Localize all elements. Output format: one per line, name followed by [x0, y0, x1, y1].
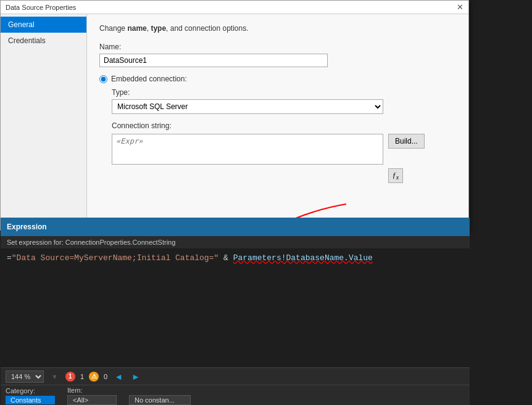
connection-string-row: Build... ƒx [112, 134, 456, 183]
expression-set-for: Set expression for: ConnectionProperties… [1, 236, 470, 248]
main-content: Change name, type, and connection option… [87, 14, 468, 230]
no-constant-label [129, 387, 191, 394]
bottom-toolbar: 100 % 125 % 144 % 150 % 200 % ▼ 1 1 ⚠ 0 … [1, 367, 470, 385]
item-value[interactable]: <All> [67, 395, 117, 405]
category-col: Category: Constants [6, 387, 55, 404]
zoom-display: 100 % 125 % 144 % 150 % 200 % [6, 370, 44, 383]
expression-code: ="Data Source=MyServerName;Initial Catal… [1, 248, 470, 322]
connection-string-field-group: Connection string: Build... ƒx [112, 121, 456, 183]
type-field-group: Type: Microsoft SQL Server Oracle ODBC O… [112, 88, 456, 114]
expression-equals: = [7, 253, 12, 263]
expression-header: Expression [1, 218, 470, 236]
expression-operator: & [218, 253, 233, 263]
no-constant-col: No constan... [129, 387, 191, 405]
error-count-label: 1 [80, 373, 84, 380]
sidebar-item-general[interactable]: General [1, 17, 86, 33]
embedded-connection-radio-label[interactable]: Embedded connection: [99, 75, 456, 83]
connection-string-label: Connection string: [112, 121, 456, 130]
bottom-section: Category: Constants Item: <All> No const… [1, 385, 470, 405]
category-label: Category: [6, 387, 55, 395]
embedded-connection-radio[interactable] [99, 75, 107, 83]
no-constant-value[interactable]: No constan... [129, 395, 191, 405]
dark-background [469, 0, 532, 405]
section-description: Change name, type, and connection option… [99, 24, 456, 33]
item-col: Item: <All> [67, 387, 117, 405]
toolbar-divider: ▼ [51, 373, 58, 380]
nav-back-button[interactable]: ◄ [112, 372, 125, 382]
item-label: Item: [67, 387, 117, 394]
nav-forward-button[interactable]: ► [130, 372, 142, 382]
dialog-titlebar: Data Source Properties ✕ [1, 1, 468, 14]
name-label: Name: [99, 43, 456, 51]
type-select[interactable]: Microsoft SQL Server Oracle ODBC OLE DB [112, 99, 383, 114]
dialog-body: General Credentials Change name, type, a… [1, 14, 468, 230]
expression-parameter: Parameters!DatabaseName.Value [233, 253, 373, 263]
embedded-connection-group: Embedded connection: Type: Microsoft SQL… [99, 75, 456, 183]
error-badge: 1 [65, 372, 75, 382]
name-input[interactable] [99, 54, 328, 67]
expression-string1: "Data Source=MyServerName;Initial Catalo… [12, 253, 218, 263]
build-button[interactable]: Build... [388, 134, 425, 149]
type-label: Type: [112, 88, 456, 97]
data-source-properties-dialog: Data Source Properties ✕ General Credent… [0, 0, 469, 231]
sidebar-item-credentials[interactable]: Credentials [1, 33, 86, 49]
sidebar: General Credentials [1, 14, 87, 230]
expression-panel: Expression Set expression for: Connectio… [1, 218, 470, 322]
fx-icon: ƒx [393, 171, 399, 181]
close-button[interactable]: ✕ [457, 3, 463, 11]
warning-count-label: 0 [104, 373, 107, 380]
category-value[interactable]: Constants [6, 396, 55, 404]
dialog-title: Data Source Properties [6, 4, 76, 11]
warning-badge: ⚠ [89, 372, 99, 382]
sub-fields: Type: Microsoft SQL Server Oracle ODBC O… [112, 88, 456, 183]
connection-string-textarea[interactable] [112, 134, 383, 165]
fx-button[interactable]: ƒx [388, 168, 403, 183]
zoom-select[interactable]: 100 % 125 % 144 % 150 % 200 % [6, 370, 44, 383]
name-field-group: Name: [99, 43, 456, 67]
